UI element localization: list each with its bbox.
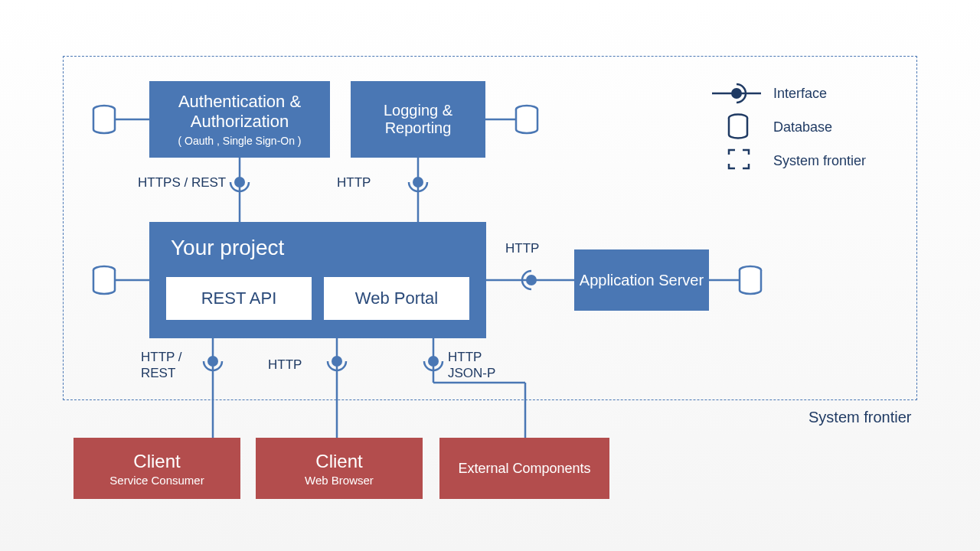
external-title: External Components xyxy=(458,461,590,477)
client2-sub: Web Browser xyxy=(305,474,374,487)
rest-api-inset: REST API xyxy=(166,277,312,320)
legend-database-label: Database xyxy=(773,119,832,135)
client1-sub: Service Consumer xyxy=(109,474,204,487)
client2-title: Client xyxy=(315,451,362,472)
appserver-conn-label: HTTP xyxy=(505,240,539,256)
logging-box: Logging & Reporting xyxy=(351,81,485,158)
auth-subtitle: ( Oauth , Single Sign-On ) xyxy=(178,135,301,147)
legend-interface-label: Interface xyxy=(773,86,827,102)
external-conn-label: HTTP JSON-P xyxy=(448,349,501,382)
web-portal-inset: Web Portal xyxy=(324,277,469,320)
client1-title: Client xyxy=(133,451,180,472)
auth-conn-label: HTTPS / REST xyxy=(138,174,226,191)
client-web-browser-box: Client Web Browser xyxy=(256,438,423,499)
auth-box: Authentication & Authorization ( Oauth ,… xyxy=(149,81,330,158)
project-box: Your project REST API Web Portal xyxy=(149,222,486,338)
client1-conn-label: HTTP / REST xyxy=(141,349,194,382)
appserver-box: Application Server xyxy=(574,249,709,311)
logging-conn-label: HTTP xyxy=(337,174,371,191)
legend-frontier-label: System frontier xyxy=(773,153,866,169)
auth-title: Authentication & Authorization xyxy=(149,92,330,132)
logging-title: Logging & Reporting xyxy=(351,102,485,137)
external-components-box: External Components xyxy=(439,438,609,499)
frontier-caption: System frontier xyxy=(808,409,911,426)
appserver-title: Application Server xyxy=(580,272,704,289)
client2-conn-label: HTTP xyxy=(268,357,302,373)
project-title: Your project xyxy=(171,236,284,260)
client-service-consumer-box: Client Service Consumer xyxy=(74,438,240,499)
